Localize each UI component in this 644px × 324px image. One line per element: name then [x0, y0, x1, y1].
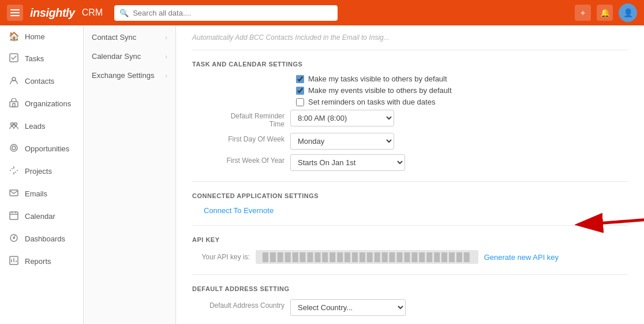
search-bar[interactable]: 🔍	[114, 5, 338, 21]
sidebar-item-opportunities[interactable]: Opportunities	[0, 137, 83, 160]
user-avatar[interactable]: 👤	[619, 3, 637, 22]
submenu-exchange-settings[interactable]: Exchange Settings ›	[84, 66, 175, 85]
submenu-label: Exchange Settings	[92, 71, 154, 80]
projects-icon	[9, 166, 19, 177]
opportunities-icon	[9, 143, 19, 154]
divider	[192, 225, 628, 226]
first-day-select[interactable]: Monday Sunday Saturday	[290, 133, 394, 150]
connected-app-header: CONNECTED APPLICATION SETTINGS	[192, 190, 628, 199]
sidebar-item-label: Dashboards	[25, 234, 65, 243]
topbar: insightly CRM 🔍 + 🔔 👤	[0, 0, 644, 25]
connect-evernote-link[interactable]: Connect To Evernote	[204, 206, 274, 215]
add-button[interactable]: +	[575, 5, 591, 21]
sidebar-item-label: Opportunities	[25, 144, 69, 153]
sidebar-item-calendar[interactable]: Calendar	[0, 205, 83, 228]
chevron-right-icon: ›	[165, 53, 167, 60]
svg-point-9	[10, 144, 17, 151]
reminder-time-select[interactable]: 8:00 AM (8:00) 9:00 AM (9:00) 10:00 AM (…	[290, 110, 394, 126]
app-layout: 🏠 Home Tasks Contacts	[0, 25, 644, 324]
first-day-row: First Day Of Week Monday Sunday Saturday	[192, 133, 628, 150]
sidebar-item-label: Home	[25, 32, 45, 41]
divider	[192, 181, 628, 182]
checkbox-reminders[interactable]: Set reminders on tasks with due dates	[296, 98, 628, 106]
default-country-label: Default Address Country	[192, 299, 284, 310]
search-icon: 🔍	[119, 9, 129, 17]
sidebar-item-dashboards[interactable]: Dashboards	[0, 228, 83, 250]
generate-api-key-link[interactable]: Generate new API key	[484, 253, 559, 262]
sidebar-item-home[interactable]: 🏠 Home	[0, 25, 83, 47]
sidebar-item-tasks[interactable]: Tasks	[0, 47, 83, 70]
api-key-label: Your API key is:	[192, 253, 250, 261]
first-week-row: First Week Of Year Starts On Jan 1st Sta…	[192, 154, 628, 171]
country-select[interactable]: Select Country... United States United K…	[290, 299, 406, 316]
default-address-section: DEFAULT ADDRESS SETTING Default Address …	[192, 283, 628, 316]
svg-rect-0	[10, 9, 20, 10]
first-week-label: First Week Of Year	[192, 154, 284, 165]
sidebar-item-organizations[interactable]: Organizations	[0, 92, 83, 115]
svg-rect-16	[10, 212, 18, 219]
sidebar-item-projects[interactable]: Projects	[0, 160, 83, 183]
svg-point-10	[12, 146, 16, 150]
svg-rect-15	[10, 190, 18, 196]
top-faded-text: Automatically Add BCC Contacts Included …	[192, 33, 628, 42]
first-week-select[interactable]: Starts On Jan 1st Starts On First Full W…	[290, 154, 405, 171]
svg-line-13	[12, 168, 12, 169]
connected-app-section: CONNECTED APPLICATION SETTINGS Connect T…	[192, 190, 628, 215]
leads-icon	[9, 121, 19, 132]
first-day-label: First Day Of Week	[192, 133, 284, 143]
api-key-row: Your API key is: ███████████████████████…	[192, 250, 628, 264]
svg-line-14	[15, 172, 16, 172]
sidebar-item-reports[interactable]: Reports	[0, 250, 83, 273]
plus-icon: +	[581, 8, 585, 17]
svg-rect-6	[13, 103, 15, 107]
dashboards-icon	[9, 233, 19, 244]
sidebar-item-label: Emails	[25, 189, 47, 198]
default-address-header: DEFAULT ADDRESS SETTING	[192, 283, 628, 292]
sidebar-item-label: Tasks	[25, 54, 44, 63]
svg-rect-2	[10, 15, 20, 16]
task-calendar-header: TASK AND CALENDAR SETTINGS	[192, 58, 628, 68]
task-calendar-section: TASK AND CALENDAR SETTINGS Make my tasks…	[192, 58, 628, 171]
reminders-checkbox[interactable]	[296, 98, 304, 106]
api-key-header: API KEY	[192, 234, 628, 243]
api-key-value: ████████████████████████████	[256, 250, 478, 264]
submenu-label: Calendar Sync	[92, 52, 141, 61]
checkbox-label: Make my tasks visible to others by defau…	[308, 75, 447, 83]
sidebar-item-label: Contacts	[25, 77, 54, 85]
svg-rect-5	[10, 102, 18, 107]
sidebar-item-contacts[interactable]: Contacts	[0, 70, 83, 92]
sidebar-item-label: Leads	[25, 122, 45, 131]
submenu-label: Contact Sync	[92, 33, 136, 42]
notifications-button[interactable]: 🔔	[597, 5, 613, 21]
tasks-visible-checkbox[interactable]	[296, 75, 304, 83]
events-visible-checkbox[interactable]	[296, 87, 304, 95]
sidebar-item-emails[interactable]: Emails	[0, 183, 83, 205]
main-content: Automatically Add BCC Contacts Included …	[176, 25, 644, 324]
sidebar-item-label: Organizations	[25, 99, 71, 108]
checkbox-label: Set reminders on tasks with due dates	[308, 98, 435, 106]
checkbox-events-visible[interactable]: Make my events visible to others by defa…	[296, 86, 628, 95]
hamburger-menu-button[interactable]	[7, 5, 23, 21]
submenu-contact-sync[interactable]: Contact Sync ›	[84, 28, 175, 47]
sidebar-item-leads[interactable]: Leads	[0, 115, 83, 137]
bell-icon: 🔔	[600, 8, 610, 17]
divider	[192, 50, 628, 50]
api-key-section: API KEY Your API key is: ███████████████…	[192, 234, 628, 264]
default-country-row: Default Address Country Select Country..…	[192, 299, 628, 316]
divider	[192, 274, 628, 275]
settings-submenu: Contact Sync › Calendar Sync › Exchange …	[84, 25, 176, 324]
home-icon: 🏠	[9, 31, 19, 42]
sidebar-item-label: Projects	[25, 167, 52, 176]
app-name: CRM	[82, 8, 103, 18]
search-input[interactable]	[114, 5, 338, 21]
submenu-calendar-sync[interactable]: Calendar Sync ›	[84, 47, 175, 66]
logo: insightly	[30, 6, 75, 20]
chevron-right-icon: ›	[165, 72, 167, 79]
sidebar-item-label: Reports	[25, 257, 51, 266]
checkbox-tasks-visible[interactable]: Make my tasks visible to others by defau…	[296, 75, 628, 83]
svg-point-21	[13, 237, 14, 239]
sidebar-item-label: Calendar	[25, 212, 55, 221]
emails-icon	[9, 188, 19, 199]
topbar-actions: + 🔔 👤	[575, 3, 637, 22]
reports-icon	[9, 256, 19, 267]
